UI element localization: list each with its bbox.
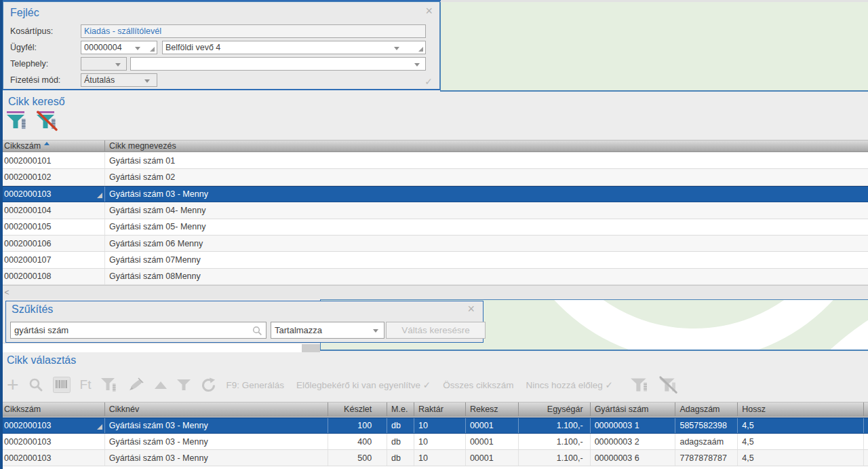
cell-raktar: 10 xyxy=(414,418,466,433)
table-row[interactable]: 0002000106 Gyártási szám 06 Menny xyxy=(0,236,868,252)
table-row[interactable]: 0002000101 Gyártási szám 01 xyxy=(0,153,868,169)
column-header-hossz[interactable]: Hossz xyxy=(738,402,864,416)
chevron-down-icon[interactable] xyxy=(394,47,399,50)
search-input[interactable]: gyártási szám xyxy=(10,322,267,339)
chevron-down-icon[interactable] xyxy=(373,329,378,333)
cell-gyartasi-szam: 00000003 6 xyxy=(591,450,676,466)
close-icon[interactable]: × xyxy=(467,303,475,315)
switch-search-button[interactable]: Váltás keresésre xyxy=(386,322,486,339)
cell-cikkszam: 0002000103 xyxy=(0,450,105,466)
chevron-down-icon[interactable] xyxy=(135,47,140,50)
scrollbar-thumb[interactable] xyxy=(302,344,320,352)
cell-keszlet: 500 xyxy=(328,450,387,466)
forint-icon[interactable]: Ft xyxy=(80,377,92,392)
toolbar-f9-generalas[interactable]: F9: Generálás xyxy=(226,380,284,390)
cell-adagszam: 7787878787 xyxy=(675,450,738,466)
cell-gyartasi-szam: 00000003 1 xyxy=(591,418,676,433)
telephely-code-combo[interactable] xyxy=(81,57,127,71)
close-icon[interactable]: × xyxy=(425,5,433,17)
cell-cikknev: Gyártási szám 03 - Menny xyxy=(105,450,328,466)
cell-me: db xyxy=(387,450,414,466)
column-header-keszlet[interactable]: Készlet xyxy=(328,402,387,416)
filter-apply-icon[interactable] xyxy=(5,109,30,132)
filter-icon[interactable] xyxy=(176,378,191,392)
kereso-hscrollbar-track[interactable] xyxy=(3,343,320,352)
table-row[interactable]: 0002000105 Gyártási szám 05- Menny xyxy=(0,219,868,236)
expand-corner-icon[interactable] xyxy=(150,47,155,52)
collapse-up-icon[interactable] xyxy=(155,381,167,389)
expand-corner-icon[interactable] xyxy=(418,47,423,52)
valasztas-table-body: 0002000103 Gyártási szám 03 - Menny 100 … xyxy=(0,417,868,466)
add-icon[interactable]: + xyxy=(7,377,19,393)
cell-raktar: 10 xyxy=(414,434,466,449)
search-icon[interactable] xyxy=(28,377,43,392)
cell-cikk-megnevezes: Gyártási szám 04- Menny xyxy=(105,202,868,218)
column-header-egysegar[interactable]: Egységár xyxy=(519,402,591,416)
refresh-icon[interactable] xyxy=(201,377,216,393)
valasztas-toolbar: + Ft xyxy=(7,371,864,398)
cell-rekesz: 00001 xyxy=(466,434,519,449)
kereso-table-header: Cikkszám Cikk megnevezés xyxy=(0,140,868,152)
table-row[interactable]: 0002000107 Gyártási szám 07Menny xyxy=(0,252,868,268)
cell-adagszam: adagszaám xyxy=(675,434,738,449)
cell-cikkszam: 0002000103 xyxy=(0,187,105,202)
column-header-rekesz[interactable]: Rekesz xyxy=(466,402,519,416)
column-header-cikkszam[interactable]: Cikkszám xyxy=(0,402,105,416)
chevron-down-icon[interactable] xyxy=(115,63,121,67)
table-row-selected[interactable]: 0002000103 Gyártási szám 03 - Menny xyxy=(0,186,868,202)
filter-edit-icon[interactable] xyxy=(100,377,118,393)
cell-cikk-megnevezes: Gyártási szám 08Menny xyxy=(105,269,868,284)
cell-adagszam: 5857582398 xyxy=(675,418,738,433)
kereso-filter-toolbar xyxy=(5,109,60,132)
cell-cikk-megnevezes: Gyártási szám 06 Menny xyxy=(105,236,868,251)
column-header-cikknev[interactable]: Cikknév xyxy=(105,402,328,416)
sort-asc-icon xyxy=(44,142,50,145)
cell-cikkszam: 0002000102 xyxy=(0,169,105,185)
table-row[interactable]: 0002000108 Gyártási szám 08Menny xyxy=(0,269,868,285)
cell-hossz: 4,5 xyxy=(738,418,864,433)
szukites-panel: Szűkítés × gyártási szám Tartalmazza Vál… xyxy=(5,301,484,343)
toolbar-eloleg-paid[interactable]: Előlegbekérő ki van egyenlítve ✓ xyxy=(296,379,431,390)
table-row[interactable]: 0002000103 Gyártási szám 03 - Menny 400 … xyxy=(0,434,868,450)
cell-cikkszam: 0002000103 xyxy=(0,418,105,433)
table-row[interactable]: 0002000102 Gyártási szám 02 xyxy=(0,169,868,185)
column-header-adagszam[interactable]: Adagszám xyxy=(675,402,738,416)
fizetesi-mod-combo[interactable]: Átutalás xyxy=(81,73,157,87)
filter-clear-icon[interactable] xyxy=(659,376,678,394)
cell-raktar: 10 xyxy=(414,450,466,466)
cell-hossz: 4,5 xyxy=(738,434,864,449)
background-green-top xyxy=(440,2,868,92)
chevron-down-icon[interactable] xyxy=(414,63,420,67)
filter-apply-icon[interactable] xyxy=(631,376,650,394)
cell-egysegar: 1.100,- xyxy=(519,450,591,466)
ugyfel-name-combo[interactable]: Belföldi vevő 4 xyxy=(162,41,426,54)
table-row[interactable]: 0002000104 Gyártási szám 04- Menny xyxy=(0,202,868,219)
ugyfel-label: Ügyfél: xyxy=(10,43,79,52)
kereso-table-body: 0002000101 Gyártási szám 01 0002000102 G… xyxy=(0,153,868,285)
table-row-selected[interactable]: 0002000103 Gyártási szám 03 - Menny 100 … xyxy=(0,417,868,434)
column-header-raktar[interactable]: Raktár xyxy=(414,402,466,416)
table-bottom-filler xyxy=(0,466,868,469)
panel-title-cikk-valasztas: Cikk választás xyxy=(7,354,76,367)
ugyfel-code-combo[interactable]: 00000004 xyxy=(81,41,157,54)
match-mode-select[interactable]: Tartalmazza xyxy=(271,322,384,339)
barcode-icon[interactable] xyxy=(53,377,71,393)
column-header-cikkszam[interactable]: Cikkszám xyxy=(0,140,105,151)
cell-cikk-megnevezes: Gyártási szám 05- Menny xyxy=(105,219,868,235)
table-row[interactable]: 0002000103 Gyártási szám 03 - Menny 500 … xyxy=(0,450,868,466)
kosartipus-field[interactable]: Kiadás - szállítólevél xyxy=(81,24,426,38)
column-header-me[interactable]: M.e. xyxy=(387,402,414,416)
column-header-gyartasi-szam[interactable]: Gyártási szám xyxy=(591,402,676,416)
telephely-name-combo[interactable] xyxy=(130,57,426,71)
filter-clear-icon[interactable] xyxy=(35,109,60,132)
window-left-border xyxy=(0,0,3,469)
cell-keszlet: 100 xyxy=(328,418,387,433)
brush-icon[interactable] xyxy=(127,377,145,393)
column-header-cikk-megnevezes[interactable]: Cikk megnevezés xyxy=(105,140,868,151)
cell-filler xyxy=(864,434,868,449)
kereso-hscrollbar[interactable]: < xyxy=(0,285,868,299)
chevron-down-icon[interactable] xyxy=(144,79,150,83)
toolbar-nincs-eloleg[interactable]: Nincs hozzá előleg ✓ xyxy=(526,379,612,390)
toolbar-osszes-cikkszam[interactable]: Összes cikkszám xyxy=(443,380,513,390)
cell-cikkszam: 0002000106 xyxy=(0,236,105,251)
